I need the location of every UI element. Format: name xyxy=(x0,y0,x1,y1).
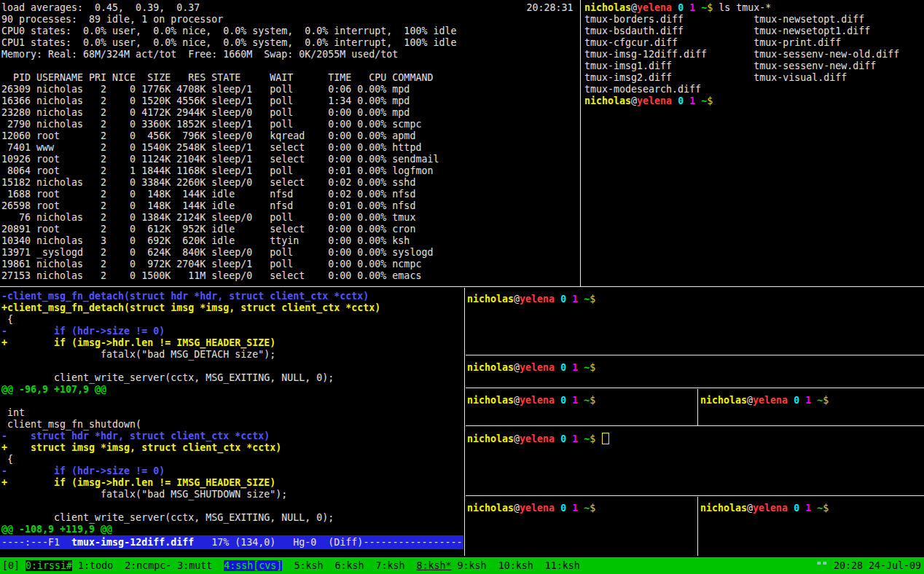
editor-line: fatalx("bad MSG_SHUTDOWN size"); xyxy=(1,489,380,500)
shell-prompt: nicholas@yelena 0 1 ~$ xyxy=(467,362,595,373)
editor-buffer: -client_msg_fn_detach(struct hdr *hdr, s… xyxy=(1,291,380,535)
window-list: 0:irssi# 1:todo 2:ncmpc- 3:mutt 4:ssh[cv… xyxy=(20,560,592,571)
modeline-prefix: ----:---F1 xyxy=(1,537,71,548)
modeline-filename: tmux-imsg-12diff.diff xyxy=(71,537,194,548)
shell-prompt: nicholas@yelena 0 1 ~$ xyxy=(584,2,713,13)
editor-line xyxy=(1,361,380,372)
editor-line: - struct hdr *hdr, struct client_ctx *cc… xyxy=(1,430,380,442)
shell-prompt: nicholas@yelena 0 1 ~$ xyxy=(700,503,829,514)
tmux-status-bar: [0] 0:irssi# 1:todo 2:ncmpc- 3:mutt 4:ss… xyxy=(0,557,924,574)
shell-prompt-line: nicholas@yelena 0 1 ~$ xyxy=(584,95,924,107)
pane-border-c-split xyxy=(697,389,698,425)
pane-border-c xyxy=(466,425,924,426)
pane-border-a xyxy=(466,355,924,355)
shell-prompt: nicholas@yelena 0 1 ~$ xyxy=(467,294,595,304)
pane-border-vertical-bottom xyxy=(464,288,465,556)
status-window-0[interactable]: 0:irssi# xyxy=(26,560,72,571)
shell-pane-active[interactable]: nicholas@yelena 0 1 ~$ xyxy=(466,427,924,501)
status-window-9[interactable]: 9:ksh xyxy=(458,560,487,571)
editor-line: + if (imsg->hdr.len != IMSG_HEADER_SIZE) xyxy=(1,477,380,489)
pane-border-b xyxy=(466,388,924,388)
pane-title-indicator: "" xyxy=(816,560,828,571)
status-window-11[interactable]: 11:ksh xyxy=(545,560,580,571)
editor-line: { xyxy=(1,454,380,465)
shell-prompt: nicholas@yelena 0 1 ~$ xyxy=(700,395,829,406)
editor-line: - if (hdr->size != 0) xyxy=(1,465,380,477)
modeline-fill: -------------------------- xyxy=(363,537,463,548)
pane-shell-ls[interactable]: nicholas@yelena 0 1 ~$ls tmux-* tmux-bor… xyxy=(582,0,924,288)
status-date: 24-Jul-09 xyxy=(869,560,921,571)
shell-pane-e-right[interactable]: nicholas@yelena 0 1 ~$ xyxy=(699,497,924,562)
editor-line: { xyxy=(1,314,380,326)
shell-pane-a[interactable]: nicholas@yelena 0 1 ~$ xyxy=(466,288,924,361)
file-listing: tmux-borders.diff tmux-newsetopt.diff tm… xyxy=(584,14,924,95)
editor-line: client_write_server(cctx, MSG_EXITING, N… xyxy=(1,372,380,384)
editor-line: - if (hdr->size != 0) xyxy=(1,326,380,337)
shell-prompt: nicholas@yelena 0 1 ~$ xyxy=(467,503,595,514)
editor-line: -client_msg_fn_detach(struct hdr *hdr, s… xyxy=(1,291,380,302)
editor-line: fatalx("bad MSG_DETACH size"); xyxy=(1,349,380,361)
editor-line: client_write_server(cctx, MSG_EXITING, N… xyxy=(1,512,380,524)
pane-border-vertical-top xyxy=(580,0,581,286)
editor-line: int xyxy=(1,407,380,419)
editor-line: + struct imsg *imsg, struct client_ctx *… xyxy=(1,442,380,454)
editor-modeline: ----:---F1 tmux-imsg-12diff.diff 17% (13… xyxy=(0,535,463,549)
status-window-7[interactable]: 7:ksh xyxy=(375,560,404,571)
shell-prompt: nicholas@yelena 0 1 ~$ xyxy=(467,433,595,444)
status-window-4[interactable]: 4:ssh[cvs] xyxy=(224,560,282,571)
status-window-6[interactable]: 6:ksh xyxy=(334,560,364,571)
shell-pane-e-left[interactable]: nicholas@yelena 0 1 ~$ xyxy=(466,497,699,562)
status-window-8[interactable]: 8:ksh* xyxy=(417,560,452,571)
editor-line: client_msg_fn_shutdown( xyxy=(1,419,380,430)
editor-line: @@ -108,9 +119,9 @@ xyxy=(1,524,380,535)
shell-command-line: nicholas@yelena 0 1 ~$ls tmux-* xyxy=(584,2,924,14)
pane-border-d xyxy=(466,495,924,496)
pane-top-process-monitor[interactable]: load averages: 0.45, 0.39, 0.37 20:28:31… xyxy=(0,0,581,288)
shell-prompt: nicholas@yelena 0 1 ~$ xyxy=(467,395,595,406)
pane-editor-diff[interactable]: -client_msg_fn_detach(struct hdr *hdr, s… xyxy=(0,288,463,556)
modeline-info: 17% (134,0) Hg-0 (Diff) xyxy=(194,537,363,548)
status-window-5[interactable]: 5:ksh xyxy=(294,560,323,571)
terminal-cursor xyxy=(602,433,609,444)
editor-line: +client_msg_fn_detach(struct imsg *imsg,… xyxy=(1,302,380,314)
status-clock: 20:28 xyxy=(834,560,863,571)
session-badge: [0] xyxy=(2,560,20,571)
command-text: ls tmux-* xyxy=(719,2,771,13)
editor-line: + if (imsg->hdr.len != IMSG_HEADER_SIZE) xyxy=(1,337,380,349)
editor-line: @@ -96,9 +107,9 @@ xyxy=(1,384,380,396)
pane-border-e-split xyxy=(697,497,698,556)
editor-line xyxy=(1,396,380,407)
shell-prompt: nicholas@yelena 0 1 ~$ xyxy=(584,95,713,106)
top-output: load averages: 0.45, 0.39, 0.37 20:28:31… xyxy=(1,2,581,282)
pane-border-horizontal-middle xyxy=(0,286,924,287)
status-window-2[interactable]: 2:ncmpc- xyxy=(125,560,171,571)
status-right: "" 20:28 24-Jul-09 xyxy=(816,557,921,574)
status-window-1[interactable]: 1:todo xyxy=(78,560,113,571)
status-window-3[interactable]: 3:mutt xyxy=(177,560,212,571)
status-window-10[interactable]: 10:ksh xyxy=(498,560,533,571)
editor-line xyxy=(1,500,380,512)
tmux-screen: load averages: 0.45, 0.39, 0.37 20:28:31… xyxy=(0,0,924,574)
